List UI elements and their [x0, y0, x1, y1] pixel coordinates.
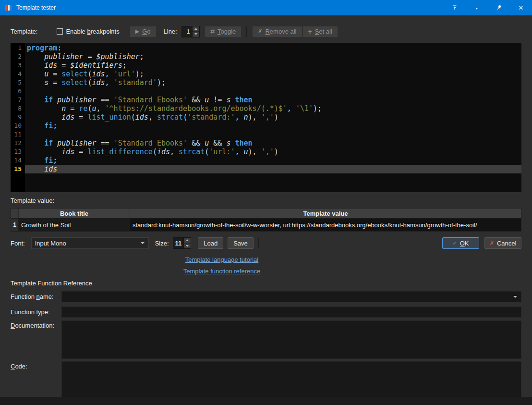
- line-number: 9: [11, 113, 25, 122]
- function-name-combobox[interactable]: [61, 291, 521, 302]
- app-icon[interactable]: [5, 4, 12, 12]
- book-title-cell[interactable]: Growth of the Soil: [19, 219, 130, 231]
- editor-line-5[interactable]: 5 s = select(ids, 'standard');: [11, 78, 521, 87]
- cancel-button[interactable]: ✗ Cancel: [484, 237, 521, 249]
- template-language-tutorial-link[interactable]: Template language tutorial: [0, 256, 444, 263]
- code-line: u = select(ids, 'url');: [25, 70, 521, 78]
- size-spin-buttons: [183, 238, 191, 248]
- code-line: ids: [25, 165, 521, 173]
- size-value: 11: [173, 238, 184, 248]
- documentation-row: Documentation:: [11, 320, 521, 359]
- editor-line-13[interactable]: 13 ids = list_difference(ids, strcat('ur…: [11, 147, 521, 156]
- row-number[interactable]: 1: [11, 219, 19, 231]
- column-header-book-title[interactable]: Book title: [19, 209, 130, 218]
- enable-breakpoints-label: Enable breakpoints: [66, 28, 119, 35]
- editor-line-12[interactable]: 12 if publisher == 'Standard Ebooks' && …: [11, 139, 521, 147]
- remove-all-label: Remove all: [265, 28, 296, 35]
- load-label: Load: [204, 240, 218, 247]
- spin-down-button[interactable]: [184, 243, 191, 249]
- table-row[interactable]: 1 Growth of the Soil standard:knut-hamsu…: [11, 219, 521, 231]
- column-header-template-value[interactable]: Template value: [130, 209, 521, 218]
- results-table: Book title Template value 1 Growth of th…: [11, 208, 521, 232]
- font-combobox[interactable]: Input Mono: [31, 237, 149, 249]
- editor-line-6[interactable]: 6: [11, 87, 521, 96]
- documentation-label: Documentation:: [11, 320, 61, 329]
- code-row: Code:: [11, 361, 521, 398]
- code-line: fi;: [25, 156, 521, 165]
- spin-down-button[interactable]: [193, 31, 199, 37]
- dot-icon[interactable]: [466, 0, 488, 15]
- font-combobox-value: Input Mono: [32, 240, 141, 247]
- close-icon[interactable]: [510, 0, 532, 15]
- code-line: s = select(ids, 'standard');: [25, 78, 521, 87]
- editor-line-8[interactable]: 8 n = re(u, '^https://standardebooks.org…: [11, 104, 521, 113]
- code-line: ids = $identifiers;: [25, 61, 521, 70]
- code-label: Code:: [11, 361, 61, 370]
- code-line: if publisher == 'Standard Ebooks' && u &…: [25, 139, 521, 147]
- set-all-label: Set all: [315, 28, 332, 35]
- go-label: Go: [142, 28, 150, 35]
- save-label: Save: [233, 240, 248, 247]
- spin-up-button[interactable]: [193, 26, 199, 32]
- editor-line-10[interactable]: 10 fi;: [11, 122, 521, 130]
- code-line: ids = list_union(ids, strcat('standard:'…: [25, 113, 521, 122]
- toolbar: Template: Enable breakpoints ▶ Go Line: …: [11, 25, 521, 37]
- line-number: 4: [11, 70, 25, 78]
- toggle-button[interactable]: ⇄ Toggle: [205, 26, 242, 37]
- save-button[interactable]: Save: [228, 237, 254, 249]
- arrow-down-icon: [194, 33, 197, 35]
- size-label: Size:: [155, 240, 169, 247]
- code-textarea[interactable]: [61, 361, 521, 398]
- size-spinbox[interactable]: 11: [173, 237, 192, 249]
- arrow-up-icon: [194, 28, 197, 30]
- line-number: 1: [11, 44, 25, 52]
- editor-line-11[interactable]: 11: [11, 130, 521, 139]
- line-number: 13: [11, 147, 25, 156]
- line-number: 8: [11, 104, 25, 113]
- function-type-field[interactable]: [61, 307, 521, 318]
- editor-line-7[interactable]: 7 if publisher == 'Standard Ebooks' && u…: [11, 96, 521, 104]
- toggle-label: Toggle: [218, 28, 236, 35]
- editor-line-14[interactable]: 14 fi;: [11, 156, 521, 165]
- pin-icon[interactable]: [488, 0, 510, 15]
- line-spin-buttons: [192, 26, 199, 37]
- set-all-button[interactable]: + Set all: [302, 26, 338, 37]
- line-number: 3: [11, 61, 25, 70]
- plus-icon: +: [308, 28, 312, 35]
- editor-line-1[interactable]: 1program:: [11, 44, 521, 52]
- editor-line-4[interactable]: 4 u = select(ids, 'url');: [11, 70, 521, 78]
- template-value-cell[interactable]: standard:knut-hamsun/growth-of-the-soil/…: [130, 219, 521, 231]
- load-button[interactable]: Load: [198, 237, 223, 249]
- template-function-reference-link[interactable]: Template function reference: [0, 268, 444, 275]
- line-number: 5: [11, 78, 25, 87]
- editor-line-15[interactable]: 15 ids: [11, 165, 521, 173]
- help-links: Template language tutorial Template func…: [0, 256, 532, 275]
- arrow-up-icon: [186, 239, 189, 241]
- line-number: 11: [11, 130, 25, 139]
- checkbox-box[interactable]: [57, 28, 63, 35]
- chevron-down-icon: [141, 242, 145, 244]
- enable-breakpoints-checkbox[interactable]: Enable breakpoints: [57, 28, 119, 35]
- play-icon: ▶: [135, 29, 139, 34]
- line-value: 1: [182, 26, 192, 37]
- font-row: Font: Input Mono Size: 11 Load Save ✓ OK…: [11, 237, 521, 249]
- code-editor[interactable]: 1program:2 publisher = $publisher;3 ids …: [11, 43, 521, 192]
- line-number: 6: [11, 87, 25, 96]
- remove-all-button[interactable]: ✗ Remove all: [252, 26, 302, 37]
- font-row-separator: [258, 238, 259, 248]
- documentation-textarea[interactable]: [61, 320, 521, 359]
- table-corner[interactable]: [11, 209, 19, 218]
- roll-up-icon[interactable]: [444, 0, 466, 15]
- ok-button[interactable]: ✓ OK: [442, 237, 479, 249]
- toolbar-separator: [246, 26, 247, 37]
- go-button[interactable]: ▶ Go: [130, 26, 157, 37]
- spin-up-button[interactable]: [184, 238, 191, 243]
- function-reference-heading: Template Function Reference: [11, 280, 521, 287]
- code-line: fi;: [25, 122, 521, 130]
- editor-line-2[interactable]: 2 publisher = $publisher;: [11, 52, 521, 61]
- line-spinbox[interactable]: 1: [181, 26, 200, 37]
- table-header-row: Book title Template value: [11, 209, 521, 219]
- editor-line-9[interactable]: 9 ids = list_union(ids, strcat('standard…: [11, 113, 521, 122]
- line-number: 10: [11, 122, 25, 130]
- editor-line-3[interactable]: 3 ids = $identifiers;: [11, 61, 521, 70]
